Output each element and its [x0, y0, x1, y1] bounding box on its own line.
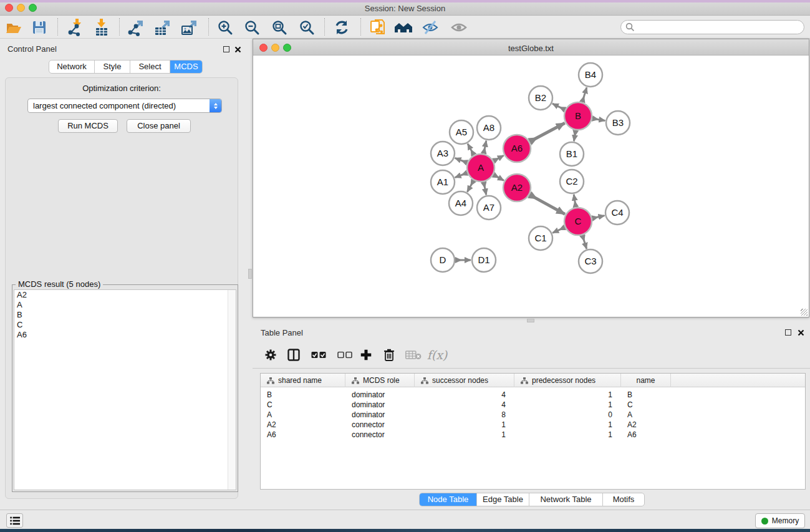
graph-edge-A-A5[interactable]	[468, 143, 474, 155]
mcds-result-list[interactable]: A2ABCA6	[14, 289, 236, 490]
horizontal-splitter-handle[interactable]	[527, 319, 534, 322]
hide-selected-button[interactable]	[420, 17, 441, 37]
graph-node-A5[interactable]: A5	[450, 120, 473, 144]
mcds-result-item[interactable]: A6	[14, 330, 236, 340]
graph-node-B[interactable]: B	[564, 102, 592, 130]
graph-edge-A-A3[interactable]	[455, 158, 467, 162]
close-panel-icon[interactable]	[234, 46, 241, 53]
graph-node-C1[interactable]: C1	[529, 226, 552, 250]
graph-edge-B-B1[interactable]	[574, 131, 576, 142]
float-panel-button[interactable]	[223, 46, 229, 52]
graph-edge-B-B4[interactable]	[582, 87, 587, 102]
refresh-view-button[interactable]	[331, 17, 352, 37]
mcds-result-item[interactable]: C	[14, 320, 236, 330]
delete-table-button[interactable]	[405, 350, 422, 360]
import-table-button[interactable]	[91, 17, 112, 37]
tab-edge-table[interactable]: Edge Table	[477, 493, 529, 506]
column-header-shared-name[interactable]: shared name	[261, 374, 345, 387]
table-row[interactable]: Bdominator41B	[261, 390, 805, 400]
table-close-icon[interactable]	[798, 329, 804, 336]
table-row[interactable]: Cdominator41C	[261, 400, 805, 410]
table-settings-button[interactable]	[265, 349, 277, 360]
graph-node-A4[interactable]: A4	[449, 191, 473, 215]
show-columns-button[interactable]	[287, 349, 300, 361]
table-float-button[interactable]	[785, 329, 791, 336]
zoom-selected-button[interactable]	[296, 17, 317, 37]
graph-node-C4[interactable]: C4	[605, 201, 629, 225]
show-all-button[interactable]	[448, 17, 470, 37]
graph-node-C3[interactable]: C3	[579, 249, 602, 273]
close-panel-button[interactable]: Close panel	[127, 119, 191, 133]
zoom-fit-button[interactable]	[269, 17, 290, 37]
mcds-result-item[interactable]: B	[14, 310, 236, 320]
graph-node-A3[interactable]: A3	[431, 142, 455, 165]
table-row[interactable]: A2connector11A2	[261, 420, 805, 430]
graph-edge-A6-B[interactable]	[530, 123, 565, 142]
graph-edge-A-A8[interactable]	[484, 141, 486, 153]
table-row[interactable]: Adominator80A	[261, 410, 805, 420]
graph-edge-A-A4[interactable]	[467, 181, 473, 192]
deselect-all-button[interactable]	[337, 351, 352, 358]
search-input[interactable]	[637, 22, 804, 33]
graph-edge-A-A6[interactable]	[494, 155, 504, 160]
save-session-button[interactable]	[29, 17, 50, 37]
graph-node-C[interactable]: C	[564, 208, 592, 235]
mcds-result-item[interactable]: A2	[14, 290, 236, 300]
graph-node-A[interactable]: A	[467, 154, 494, 181]
column-header-predecessor-nodes[interactable]: predecessor nodes	[514, 374, 621, 387]
graph-node-B3[interactable]: B3	[606, 111, 630, 135]
graph-edge-A-A2[interactable]	[494, 175, 504, 181]
graph-edge-A2-C[interactable]	[530, 195, 565, 215]
tab-network[interactable]: Network	[49, 60, 95, 73]
graph-node-D[interactable]: D	[431, 248, 455, 272]
graph-edge-C-C3[interactable]	[582, 236, 587, 249]
graph-edge-B-B3[interactable]	[593, 118, 605, 120]
graph-node-A2[interactable]: A2	[503, 174, 531, 201]
vertical-splitter-handle[interactable]	[248, 269, 252, 279]
export-table-button[interactable]	[152, 17, 173, 37]
column-header-MCDS-role[interactable]: MCDS role	[345, 374, 415, 387]
criterion-dropdown[interactable]: largest connected component (directed)	[27, 99, 222, 113]
graph-edge-A-A7[interactable]	[484, 183, 486, 195]
tab-mcds[interactable]: MCDS	[170, 60, 202, 73]
graph-node-B4[interactable]: B4	[579, 63, 602, 87]
new-network-from-selection-button[interactable]	[367, 17, 388, 37]
graph-node-A6[interactable]: A6	[503, 135, 531, 162]
export-network-button[interactable]	[125, 17, 147, 37]
zoom-in-button[interactable]	[215, 17, 236, 37]
delete-column-button[interactable]	[384, 349, 395, 361]
graph-edge-C-C2[interactable]	[574, 195, 576, 207]
tab-select[interactable]: Select	[130, 60, 170, 73]
run-mcds-button[interactable]: Run MCDS	[58, 119, 118, 133]
mcds-result-scrollbar[interactable]	[228, 290, 236, 490]
graph-node-A8[interactable]: A8	[477, 116, 501, 140]
table-row[interactable]: A6connector11A6	[261, 430, 805, 440]
graph-node-D1[interactable]: D1	[472, 248, 496, 272]
tab-network-table[interactable]: Network Table	[529, 493, 603, 506]
window-resize-grip[interactable]	[801, 309, 808, 316]
graph-edge-A-A1[interactable]	[455, 173, 467, 178]
graph-node-B1[interactable]: B1	[560, 142, 584, 166]
tab-motifs[interactable]: Motifs	[603, 493, 644, 506]
graph-node-A1[interactable]: A1	[431, 170, 455, 194]
import-network-button[interactable]	[64, 17, 85, 37]
open-session-button[interactable]	[3, 17, 24, 37]
select-all-button[interactable]	[311, 351, 326, 358]
tab-node-table[interactable]: Node Table	[420, 493, 477, 506]
add-column-button[interactable]	[361, 349, 372, 360]
task-history-button[interactable]	[6, 513, 23, 528]
zoom-out-button[interactable]	[241, 17, 263, 37]
network-window-titlebar[interactable]: testGlobe.txt	[253, 39, 809, 56]
export-image-button[interactable]	[179, 17, 200, 37]
memory-button[interactable]: Memory	[755, 513, 805, 528]
graph-node-C2[interactable]: C2	[560, 170, 584, 193]
column-header-name[interactable]: name	[621, 374, 671, 387]
graph-edge-C-C1[interactable]	[552, 228, 564, 233]
search-box[interactable]	[620, 20, 804, 34]
graph-node-B2[interactable]: B2	[529, 86, 552, 110]
column-header-successor-nodes[interactable]: successor nodes	[415, 374, 514, 387]
graph-edge-B-B2[interactable]	[552, 104, 565, 110]
network-canvas[interactable]: B4B2BB3A5A8A6B1A3AC2A1A2A4A7C4CC1DD1C3	[253, 56, 809, 317]
first-neighbors-button[interactable]	[393, 17, 414, 37]
graph-node-A7[interactable]: A7	[477, 196, 501, 220]
